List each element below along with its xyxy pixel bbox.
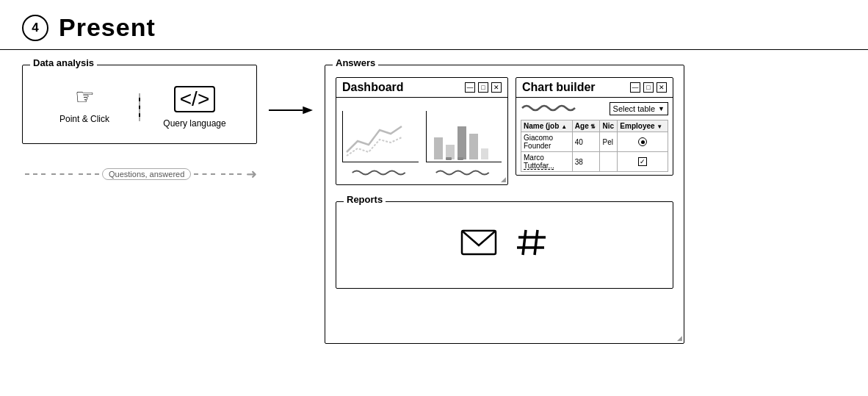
point-click-item: ☞ Point & Click (30, 86, 139, 129)
dashboard-content (336, 98, 507, 184)
squiggle-right (426, 167, 502, 179)
radio-button[interactable] (638, 137, 647, 146)
table-row: MarcoTuttofar... 38 ✓ (521, 152, 668, 172)
dashboard-window: Dashboard — □ ✕ (336, 77, 508, 185)
cell-employee-2[interactable]: ✓ (618, 152, 668, 172)
data-analysis-section: Data analysis ☞ Point & Click </> Query … (22, 65, 257, 182)
cb-top-row: Select table ▼ (521, 102, 668, 115)
col-name: Name (job ▲ (521, 120, 573, 132)
minimize-button[interactable]: — (465, 82, 475, 93)
hashtag-icon (515, 226, 549, 266)
close-button[interactable]: ✕ (491, 82, 502, 93)
reports-icons-row (347, 214, 662, 278)
dashed-line-left (25, 173, 46, 175)
cell-nic-1: Pel (600, 132, 618, 152)
chart-builder-window: Chart builder — □ ✕ (516, 77, 673, 176)
cell-age-2: 38 (572, 152, 600, 172)
col-nic: Nic (600, 120, 618, 132)
envelope-icon (460, 228, 497, 264)
chart-builder-title: Chart builder (522, 81, 596, 94)
answers-label: Answers (333, 57, 378, 68)
cell-name-1: GiacomoFounder (521, 132, 573, 152)
table-header-row: Name (job ▲ Age ⇅ Nic Employee ▼ (521, 120, 668, 132)
charts-row (342, 104, 502, 162)
main-content: Data analysis ☞ Point & Click </> Query … (0, 50, 868, 393)
point-click-label: Point & Click (59, 114, 109, 124)
dashed-line-4 (194, 173, 214, 175)
dashed-line-2 (51, 173, 72, 175)
cell-age-1: 40 (572, 132, 600, 152)
svg-line-10 (523, 230, 526, 255)
query-language-label: Query language (163, 118, 225, 129)
main-arrow (257, 101, 325, 119)
col-employee: Employee ▼ (618, 120, 668, 132)
dashed-arrowhead: ➜ (246, 166, 257, 182)
squiggle-left (342, 167, 419, 179)
checkbox[interactable]: ✓ (638, 157, 647, 166)
reports-label: Reports (344, 194, 386, 205)
sort-icon-age[interactable]: ⇅ (590, 123, 596, 130)
dashed-line-5 (221, 173, 242, 175)
data-analysis-box: Data analysis ☞ Point & Click </> Query … (22, 65, 257, 144)
select-table-dropdown[interactable]: Select table ▼ (610, 102, 668, 115)
dashed-label: Questions, answered (102, 168, 191, 180)
data-analysis-label: Data analysis (30, 57, 97, 68)
cell-name-2: MarcoTuttofar... (521, 152, 573, 172)
select-table-label: Select table (613, 104, 655, 113)
radio-dot-inner (641, 140, 645, 144)
svg-rect-2 (434, 137, 443, 159)
bar-chart (426, 111, 502, 162)
table-row: GiacomoFounder 40 Pel (521, 132, 668, 152)
sort-icon-name[interactable]: ▲ (561, 123, 567, 130)
answers-section: Answers Dashboard — □ ✕ (325, 65, 684, 344)
cell-nic-2 (600, 152, 618, 172)
dropdown-arrow-icon: ▼ (658, 105, 665, 112)
cb-minimize-button[interactable]: — (630, 82, 640, 93)
step-number: 4 (22, 15, 48, 41)
dashboard-title: Dashboard (342, 81, 404, 94)
svg-rect-8 (457, 157, 463, 160)
page-title: Present (59, 13, 156, 42)
cb-squiggle (521, 102, 605, 115)
squiggles-row (342, 165, 502, 179)
resize-handle[interactable]: ◢ (501, 176, 506, 183)
cb-maximize-button[interactable]: □ (643, 82, 654, 93)
cursor-icon: ☞ (75, 86, 95, 108)
line-chart (342, 111, 419, 162)
col-age: Age ⇅ (572, 120, 600, 132)
svg-rect-4 (457, 126, 466, 159)
chart-builder-controls[interactable]: — □ ✕ (630, 82, 667, 93)
dropdown-employee-icon[interactable]: ▼ (657, 123, 662, 130)
dashboard-controls[interactable]: — □ ✕ (465, 82, 502, 93)
svg-marker-1 (303, 107, 313, 114)
svg-rect-6 (481, 148, 488, 159)
cb-resize-handle[interactable]: ◢ (677, 335, 682, 342)
code-icon: </> (174, 86, 215, 112)
svg-rect-5 (469, 134, 478, 159)
svg-line-11 (535, 230, 538, 255)
page-header: 4 Present (0, 0, 868, 50)
chart-builder-titlebar: Chart builder — □ ✕ (516, 78, 673, 98)
svg-rect-7 (446, 157, 452, 160)
chart-builder-content: Select table ▼ Name (job ▲ Age ⇅ Nic Emp… (516, 98, 673, 175)
dashboard-titlebar: Dashboard — □ ✕ (336, 78, 507, 98)
cell-employee-1[interactable] (618, 132, 668, 152)
maximize-button[interactable]: □ (478, 82, 488, 93)
dashed-line-3 (79, 173, 99, 175)
cb-close-button[interactable]: ✕ (657, 82, 667, 93)
reports-box: Reports (336, 201, 673, 289)
answers-top-row: Dashboard — □ ✕ (336, 77, 673, 194)
query-language-item: </> Query language (140, 86, 249, 129)
chart-builder-table: Name (job ▲ Age ⇅ Nic Employee ▼ Giacomo… (521, 120, 668, 172)
